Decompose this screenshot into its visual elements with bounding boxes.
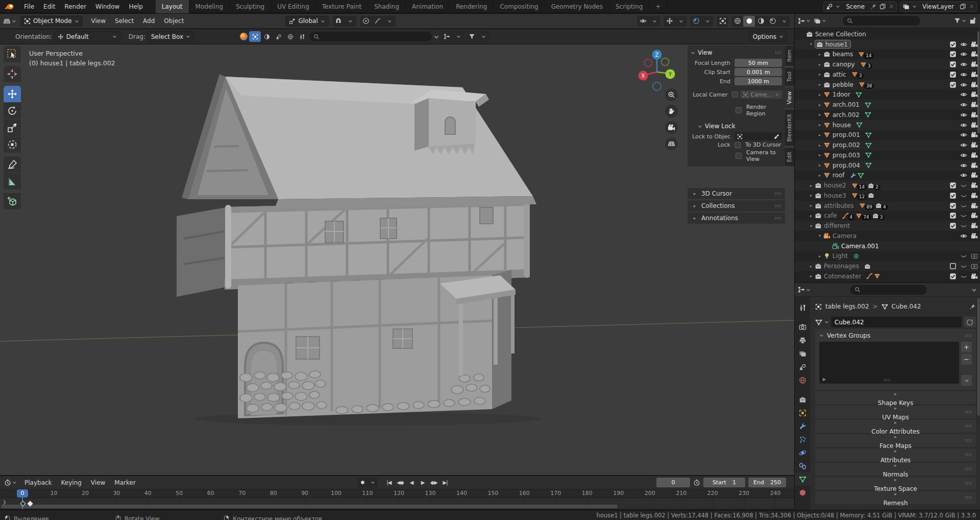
panel-texture-space[interactable]: ▸Texture Space <box>815 477 976 490</box>
expand-arrow-icon[interactable]: ▸ <box>816 153 823 157</box>
expand-arrow-icon[interactable]: ▸ <box>807 274 815 278</box>
tab--[interactable]: + <box>649 0 667 13</box>
timeline-menu-keying[interactable]: Keying <box>57 479 86 486</box>
viewport-menu-object[interactable]: Object <box>159 17 188 25</box>
eye-icon[interactable] <box>960 172 967 179</box>
transform-orientation[interactable]: Global <box>285 16 328 27</box>
properties-tab-modifier[interactable] <box>795 419 810 433</box>
cam-icon[interactable] <box>971 192 978 199</box>
tool-cursor[interactable] <box>4 66 21 82</box>
outliner-row-attic[interactable]: ▸attic3 <box>795 69 980 80</box>
cam-icon[interactable] <box>971 51 978 58</box>
viewport-3d[interactable]: User Perspective (0) house1 | table legs… <box>0 44 794 475</box>
expand-arrow-icon[interactable]: ▸ <box>816 254 823 258</box>
viewport-menu-select[interactable]: Select <box>110 17 138 25</box>
properties-tab-particles[interactable] <box>795 433 810 446</box>
perspective-toggle-button[interactable] <box>665 137 678 150</box>
cam-icon[interactable] <box>971 61 978 68</box>
outliner-scrollbar[interactable] <box>977 31 979 133</box>
resize-grip-icon[interactable] <box>884 378 891 382</box>
outliner-row-camera-001[interactable]: Camera.001 <box>795 241 980 251</box>
menu-edit[interactable]: Edit <box>39 3 60 10</box>
tool-add-cube[interactable] <box>4 193 21 209</box>
shading-wireframe[interactable] <box>731 16 743 27</box>
cam-icon[interactable] <box>971 122 978 129</box>
pin-icon[interactable] <box>969 303 976 310</box>
outliner-row-prop-001[interactable]: ▸prop.001 <box>795 130 980 140</box>
outliner-row-cafe[interactable]: ▸cafe4743 <box>795 211 980 221</box>
cam-icon[interactable] <box>971 162 978 169</box>
menu-file[interactable]: File <box>19 3 39 10</box>
drag-grip-icon[interactable] <box>775 51 782 55</box>
options-dropdown[interactable]: Options <box>749 31 787 42</box>
list-display-dropdown[interactable] <box>441 31 464 42</box>
expand-arrow-icon[interactable]: ▾ <box>816 233 823 238</box>
expand-arrow-icon[interactable]: ▸ <box>816 72 823 77</box>
panel-shape-keys[interactable]: ▸Shape Keys <box>815 391 976 404</box>
scene-selector[interactable]: Scene <box>823 2 897 12</box>
expand-arrow-icon[interactable]: ▸ <box>816 92 823 97</box>
outliner-row-prop-002[interactable]: ▸prop.002 <box>795 140 980 150</box>
jump-to-start-button[interactable]: |◀ <box>384 478 394 488</box>
timeline-editor-type[interactable] <box>4 479 17 486</box>
outliner-row-attributes[interactable]: ▸attributes894 <box>795 201 980 211</box>
view-lock-header[interactable]: View Lock <box>691 121 782 131</box>
check-icon[interactable] <box>949 71 957 78</box>
panel-remesh[interactable]: ▸Remesh <box>815 491 976 504</box>
timeline-menu-view[interactable]: View <box>86 479 110 486</box>
tab-modeling[interactable]: Modeling <box>189 0 230 13</box>
snap-toggle[interactable] <box>333 16 345 27</box>
eye-icon[interactable] <box>960 101 967 108</box>
sidebar-tab-view[interactable]: View <box>785 87 794 108</box>
tab-sculpting[interactable]: Sculpting <box>230 0 271 13</box>
eye-icon[interactable] <box>960 131 967 138</box>
eyec-icon[interactable] <box>960 263 967 270</box>
expand-arrow-icon[interactable]: ▸ <box>816 52 823 57</box>
expand-arrow-icon[interactable]: ▸ <box>816 82 823 87</box>
view-panel-header[interactable]: View <box>691 48 782 58</box>
field-clip-start[interactable]: 0.001 m <box>734 68 782 76</box>
close-icon[interactable] <box>969 4 974 9</box>
cam-icon[interactable] <box>971 202 978 209</box>
check-icon[interactable] <box>949 192 957 199</box>
prev-keyframe-button[interactable]: ◀◆ <box>395 478 405 488</box>
properties-tab-scene[interactable] <box>795 360 810 373</box>
panel-collections[interactable]: ▸Collections <box>688 200 785 211</box>
zoom-button[interactable] <box>665 88 678 101</box>
expand-arrow-icon[interactable]: ▸ <box>807 193 815 198</box>
panel-normals[interactable]: ▸Normals <box>815 463 976 476</box>
tool-search-input[interactable] <box>309 32 432 41</box>
new-scene-icon[interactable] <box>879 3 886 10</box>
navigation-gizmo[interactable]: Z X Y <box>634 48 679 90</box>
eyec-icon[interactable] <box>960 192 967 199</box>
outliner-row-arch-001[interactable]: ▸arch.001 <box>795 100 980 110</box>
expand-arrow-icon[interactable]: ▸ <box>816 112 823 117</box>
cam-icon[interactable] <box>971 172 978 179</box>
lock-3d-cursor-checkbox[interactable] <box>734 142 741 148</box>
gizmos-dropdown[interactable] <box>664 16 687 27</box>
outliner-row-prop-004[interactable]: ▸prop.004 <box>795 160 980 171</box>
datablock-name-field[interactable]: Cube.042 <box>831 317 962 327</box>
toggle-halfsphere[interactable] <box>261 31 273 42</box>
chevron-down-icon[interactable] <box>971 287 977 293</box>
expand-arrow-icon[interactable]: ▸ <box>807 264 815 269</box>
eye-icon[interactable] <box>960 141 967 149</box>
cam-icon[interactable] <box>971 41 978 48</box>
properties-tab-physics[interactable] <box>795 446 810 459</box>
eye-icon[interactable] <box>960 162 967 169</box>
proportional-editing-toggle[interactable] <box>360 16 372 27</box>
eye-icon[interactable] <box>960 41 967 48</box>
expand-arrow-icon[interactable]: ▶ <box>823 377 826 382</box>
fake-user-button[interactable] <box>964 317 976 327</box>
timeline-body[interactable]: 0102030405060708090100110120130140150160… <box>0 489 794 509</box>
eye-icon[interactable] <box>960 51 967 58</box>
jump-to-end-button[interactable]: ▶| <box>440 478 450 488</box>
visibility-dropdown[interactable] <box>637 16 660 27</box>
outliner-row-prop-003[interactable]: ▸prop.003 <box>795 150 980 160</box>
current-frame-field[interactable]: 0 <box>656 478 690 487</box>
tab-animation[interactable]: Animation <box>406 0 450 13</box>
shading-settings[interactable] <box>778 16 790 27</box>
tab-scripting[interactable]: Scripting <box>609 0 649 13</box>
eyec-icon[interactable] <box>960 252 967 259</box>
camera-to-view-checkbox[interactable] <box>736 153 742 159</box>
